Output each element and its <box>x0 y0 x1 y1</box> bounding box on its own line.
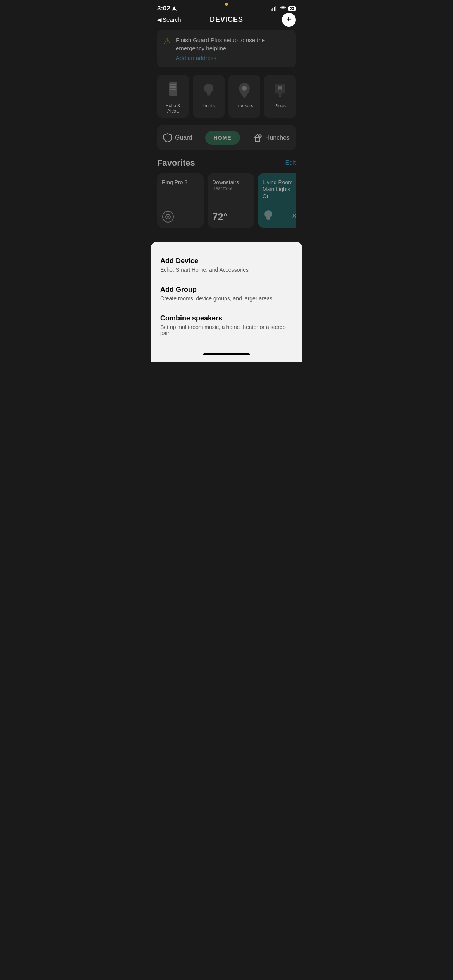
favorite-living-room-lights[interactable]: Living Room Main Lights On ✕ <box>258 173 296 228</box>
alert-link[interactable]: Add an address <box>176 55 290 61</box>
svg-rect-3 <box>274 7 275 11</box>
category-echo-alexa[interactable]: Echo & Alexa <box>157 75 189 118</box>
add-device-subtitle: Echo, Smart Home, and Accessories <box>160 267 293 273</box>
svg-rect-6 <box>170 84 176 85</box>
svg-point-25 <box>264 210 272 218</box>
fav-heat-title: Downstairs <box>212 179 249 186</box>
svg-rect-27 <box>267 219 270 220</box>
svg-rect-12 <box>207 93 211 94</box>
home-button[interactable]: HOME <box>205 131 240 145</box>
fav-lights-title: Living Room Main Lights <box>263 179 296 193</box>
echo-alexa-icon <box>164 81 182 100</box>
bottom-sheet: Add Device Echo, Smart Home, and Accesso… <box>151 242 302 350</box>
svg-rect-7 <box>170 86 176 87</box>
add-group-title: Add Group <box>160 286 293 294</box>
svg-rect-26 <box>266 218 270 219</box>
svg-rect-2 <box>272 8 273 11</box>
lights-label: Lights <box>202 103 215 108</box>
status-bar: 3:02 23 <box>151 0 302 14</box>
category-trackers[interactable]: Trackers <box>228 75 260 118</box>
svg-marker-0 <box>172 6 177 11</box>
svg-rect-9 <box>170 89 176 90</box>
location-icon <box>172 6 177 11</box>
orange-dot <box>225 3 228 6</box>
alert-message: Finish Guard Plus setup to use the emerg… <box>176 36 290 52</box>
echo-device-icon <box>166 81 180 100</box>
favorites-edit-button[interactable]: Edit <box>285 159 296 166</box>
svg-rect-13 <box>207 94 210 96</box>
combine-speakers-subtitle: Set up multi-room music, a home theater … <box>160 324 293 336</box>
svg-rect-17 <box>280 86 282 90</box>
svg-rect-16 <box>278 86 280 90</box>
trackers-label: Trackers <box>235 103 253 108</box>
svg-point-14 <box>242 86 247 91</box>
add-device-action[interactable]: Add Device Echo, Smart Home, and Accesso… <box>151 251 302 279</box>
svg-rect-19 <box>279 95 281 97</box>
svg-rect-4 <box>275 6 276 11</box>
main-content: ⚠ Finish Guard Plus setup to use the eme… <box>151 27 302 232</box>
hunches-house-icon <box>253 133 262 142</box>
fav-heat-subtitle: Heat to 66° <box>212 186 249 191</box>
lights-icon <box>199 81 218 100</box>
add-group-subtitle: Create rooms, device groups, and larger … <box>160 295 293 302</box>
lightbulb-on-icon <box>263 209 274 223</box>
warning-icon: ⚠ <box>163 36 171 46</box>
svg-point-21 <box>258 135 261 138</box>
fav-lights-subtitle: On <box>263 193 296 200</box>
hunches-mode[interactable]: Hunches <box>253 133 290 142</box>
fav-lights-icon-row: ✕ <box>263 209 296 223</box>
favorites-title: Favorites <box>157 158 195 168</box>
home-indicator-area <box>151 350 302 362</box>
svg-rect-1 <box>271 9 272 11</box>
fav-ring-title: Ring Pro 2 <box>162 179 199 186</box>
status-time: 3:02 <box>157 5 177 12</box>
back-button[interactable]: ◀ Search <box>157 16 181 23</box>
mode-row: Guard HOME Hunches <box>157 125 296 150</box>
bulb-icon <box>202 81 216 100</box>
guard-mode[interactable]: Guard <box>163 133 192 142</box>
home-indicator-bar <box>203 353 250 355</box>
status-icons: 23 <box>271 6 296 11</box>
favorites-cards: Ring Pro 2 Downstairs Heat to 66° 72° Li… <box>157 173 296 229</box>
fav-ring-icon-row <box>162 211 199 223</box>
add-device-title: Add Device <box>160 257 293 265</box>
guard-label: Guard <box>175 134 192 141</box>
favorite-ring-pro-2[interactable]: Ring Pro 2 <box>157 173 204 228</box>
plug-icon <box>273 81 287 100</box>
page-title: DEVICES <box>210 15 243 24</box>
alert-text-block: Finish Guard Plus setup to use the emerg… <box>176 36 290 61</box>
tracker-pin-icon <box>237 81 251 100</box>
plugs-label: Plugs <box>274 103 286 108</box>
category-lights[interactable]: Lights <box>193 75 225 118</box>
category-plugs[interactable]: Plugs <box>264 75 296 118</box>
guard-shield-icon <box>163 133 172 142</box>
combine-speakers-action[interactable]: Combine speakers Set up multi-room music… <box>151 308 302 343</box>
svg-rect-15 <box>275 84 285 93</box>
add-group-action[interactable]: Add Group Create rooms, device groups, a… <box>151 279 302 308</box>
add-button[interactable]: + <box>282 13 296 27</box>
fav-heat-value: 72° <box>212 211 249 223</box>
svg-rect-18 <box>278 93 282 95</box>
battery-icon: 23 <box>288 6 296 11</box>
svg-rect-8 <box>170 87 176 88</box>
trackers-icon <box>235 81 254 100</box>
svg-point-11 <box>204 84 213 93</box>
category-grid: Echo & Alexa Lights Trackers <box>157 75 296 118</box>
camera-icon <box>162 211 174 223</box>
svg-point-24 <box>167 216 169 218</box>
wifi-icon <box>280 6 286 11</box>
svg-rect-20 <box>255 138 260 141</box>
favorites-header: Favorites Edit <box>157 158 296 168</box>
echo-alexa-label: Echo & Alexa <box>160 103 186 114</box>
combine-speakers-title: Combine speakers <box>160 314 293 322</box>
fav-close-button[interactable]: ✕ <box>289 211 296 221</box>
nav-bar: ◀ Search DEVICES + <box>151 14 302 27</box>
hunches-label: Hunches <box>265 134 290 141</box>
signal-icon <box>271 6 278 11</box>
svg-rect-10 <box>170 91 176 91</box>
plugs-icon <box>271 81 289 100</box>
favorite-downstairs-heat[interactable]: Downstairs Heat to 66° 72° <box>208 173 254 228</box>
alert-banner[interactable]: ⚠ Finish Guard Plus setup to use the eme… <box>157 30 296 67</box>
